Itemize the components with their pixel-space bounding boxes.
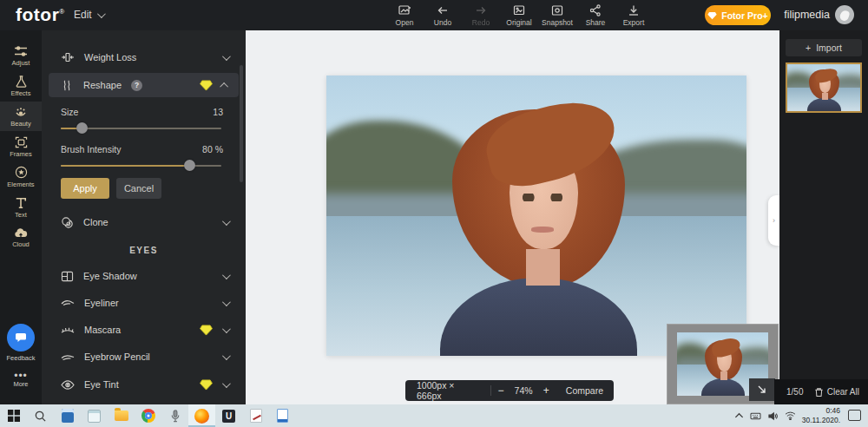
taskbar-document-app[interactable] [269,404,296,427]
registered-mark: ® [59,8,64,16]
taskbar-writer[interactable] [242,404,269,427]
navigator-minimap[interactable] [667,324,779,404]
file-explorer-icon [115,411,128,421]
eye-shadow-row[interactable]: Eye Shadow [42,265,246,287]
username[interactable]: filipmedia [784,9,830,21]
writer-icon [250,409,262,423]
share-label: Share [586,18,606,27]
diagonal-arrow-icon [757,384,767,395]
original-label: Original [506,18,531,27]
help-icon[interactable]: ? [131,80,142,91]
volume-icon[interactable] [767,411,779,421]
weight-loss-row[interactable]: Weight Loss [42,46,246,69]
eye-tint-row[interactable]: Eye Tint [42,373,246,396]
export-icon [627,3,641,17]
brush-intensity-setting: Brush Intensity 80 % [61,144,223,154]
editor-canvas[interactable]: › 1000px × 666px − 74% + Compare [246,30,779,404]
search-button[interactable] [27,404,54,427]
action-center-button[interactable] [848,410,861,421]
weight-loss-label: Weight Loss [84,52,213,62]
eyeliner-label: Eyeliner [84,298,213,308]
navigator-resize-button[interactable] [749,378,775,401]
avatar[interactable] [835,5,854,24]
taskbar-microphone-app[interactable] [161,404,188,427]
feedback-button[interactable] [7,324,35,351]
undo-button[interactable]: Undo [425,3,460,27]
weight-loss-icon [61,51,75,63]
snapshot-button[interactable]: Snapshot [540,3,575,27]
photo-subject-lips [531,227,555,232]
apply-button[interactable]: Apply [61,178,109,199]
reshape-row[interactable]: Reshape ? [49,73,239,97]
slider-handle[interactable] [76,122,88,134]
sidebar-item-beauty[interactable]: Beauty [0,102,42,131]
cancel-button[interactable]: Cancel [116,178,161,199]
edited-photo[interactable] [326,76,746,356]
sidebar-item-frames[interactable]: Frames [0,132,42,161]
brush-intensity-slider[interactable] [61,160,221,171]
zoom-level[interactable]: 74% [510,385,537,396]
start-button[interactable] [0,404,27,427]
photo-subject-neck [720,371,727,379]
size-label: Size [61,107,78,117]
taskbar-u-app[interactable]: U [215,404,242,427]
image-dimensions: 1000px × 666px [405,380,490,401]
search-icon [34,410,47,423]
original-button[interactable]: Original [502,3,536,27]
taskbar-clock[interactable]: 0:46 30.11.2020. [802,406,840,424]
input-indicator-icon[interactable] [750,411,761,421]
export-button[interactable]: Export [616,3,651,27]
eyeliner-row[interactable]: Eyeliner [42,292,246,314]
slider-handle[interactable] [184,160,195,171]
apply-label: Apply [73,183,97,194]
wifi-icon[interactable] [785,411,796,420]
clone-row[interactable]: Clone [42,211,246,233]
more-button[interactable]: ••• More [0,373,42,388]
plus-icon: + [806,43,811,53]
redo-icon [474,3,488,17]
sidebar-item-text[interactable]: Text [0,193,42,222]
photo-subject-eyes [517,194,568,202]
taskbar-notes[interactable] [81,404,108,427]
clear-all-button[interactable]: Clear All [814,387,868,397]
taskbar-calculator[interactable] [54,404,81,427]
sidebar-item-elements[interactable]: Elements [0,162,42,192]
image-tray-panel: + Import 1/50 Clear All [779,30,868,404]
chat-bubble-icon [14,332,28,344]
tray-footer: 1/50 Clear All [774,379,868,404]
mascara-row[interactable]: Mascara [42,319,246,341]
zoom-out-button[interactable]: − [491,384,510,397]
eye-shadow-icon [61,271,74,282]
eyebrow-pencil-row[interactable]: Eyebrow Pencil [42,345,246,368]
image-thumbnail-selected[interactable] [786,62,862,113]
clone-label: Clone [83,217,213,227]
ellipsis-icon: ••• [14,373,28,378]
category-sidebar: Adjust Effects Beauty Frames Elements Te… [0,30,42,404]
windows-taskbar: U 0:46 30.11.2020. [0,404,868,427]
taskbar-chrome[interactable] [135,404,161,427]
hidden-icons-chevron[interactable] [734,412,744,419]
size-slider[interactable] [61,122,221,134]
sidebar-item-effects[interactable]: Effects [0,71,42,101]
zoom-in-button[interactable]: + [537,384,556,397]
open-button[interactable]: Open [387,3,422,27]
export-label: Export [623,18,645,27]
panel-scrollbar[interactable] [240,65,243,182]
system-tray: 0:46 30.11.2020. [734,404,840,427]
taskbar-file-explorer[interactable] [108,404,135,427]
frame-icon [15,136,28,148]
import-button[interactable]: + Import [786,39,862,56]
edit-menu[interactable]: Edit [74,9,103,21]
taskbar-firefox[interactable] [188,404,215,427]
adjust-label: Adjust [12,59,30,67]
sidebar-item-cloud[interactable]: Cloud [0,223,42,253]
chevron-up-icon [220,82,228,90]
fotor-pro-button[interactable]: Fotor Pro+ [705,5,771,25]
sidebar-item-adjust[interactable]: Adjust [0,41,42,70]
fotor-logo[interactable]: fotor® [16,4,65,25]
share-button[interactable]: Share [578,3,613,27]
redo-button[interactable]: Redo [464,3,498,27]
panel-collapse-handle[interactable]: › [768,195,779,246]
compare-button[interactable]: Compare [556,385,614,396]
undo-icon [436,3,450,17]
